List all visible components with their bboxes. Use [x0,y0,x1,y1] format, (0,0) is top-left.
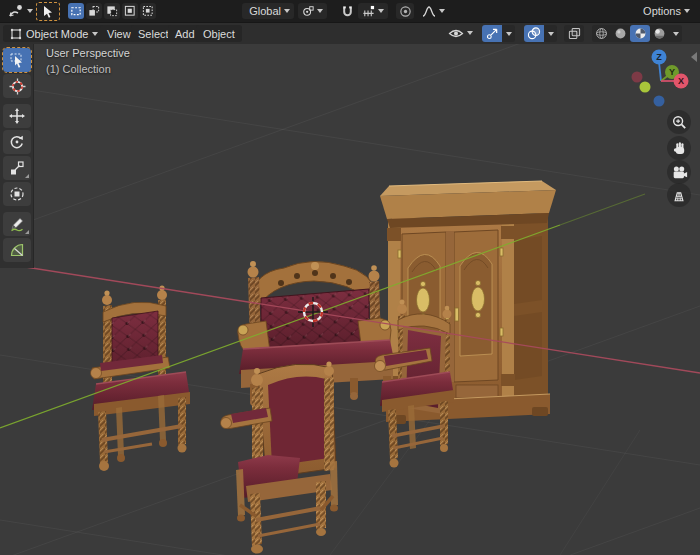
gizmo-arrow-icon [486,27,499,40]
menu-view-label: View [107,28,131,40]
tool-rotate[interactable] [3,130,31,154]
shading-material-preview[interactable] [630,25,650,42]
mode-dropdown[interactable]: Object Mode [3,25,105,42]
zoom-button[interactable] [667,110,691,134]
snap-toggle-button[interactable] [338,3,356,19]
transform-icon [9,186,25,202]
subtool-indicator [25,174,29,178]
chevron-down-icon [317,9,323,13]
gizmo-axis-neg-y[interactable] [640,82,651,93]
overlays-icon [527,27,541,40]
tool-cursor[interactable] [3,74,31,98]
cursor-3d-icon [9,78,26,95]
falloff-dropdown[interactable] [418,3,449,19]
select-intersect-icon [142,5,154,17]
mode-label: Object Mode [26,28,88,40]
snap-increment-icon [362,5,375,18]
object-mode-icon [10,28,22,40]
select-mode-invert[interactable] [122,3,138,19]
viewport-header: Object Mode View Select Add Object [0,22,700,44]
gizmo-axis-neg-z[interactable] [654,96,665,107]
topbar: Global [0,0,700,22]
blender-window: Global [0,0,700,555]
solid-sphere-icon [614,27,627,40]
tool-select-box[interactable] [3,48,31,72]
gizmo-axis-z[interactable]: Z [652,50,667,65]
overlays-dropdown[interactable] [544,25,557,42]
chevron-down-icon [684,9,690,13]
gizmo-x-label: X [678,76,684,86]
view-object-types-dropdown[interactable] [446,25,475,41]
chevron-down-icon [506,32,512,36]
annotate-pencil-icon [9,216,25,232]
shading-dropdown[interactable] [669,26,682,42]
chevron-down-icon [467,31,473,35]
menu-object-label: Object [203,28,235,40]
select-subtract-icon [106,5,118,17]
scale-icon [9,160,25,176]
tool-scale[interactable] [3,156,31,180]
pan-button[interactable] [667,136,691,160]
select-mode-set[interactable] [68,3,84,19]
chevron-down-icon [673,32,679,36]
gizmos-dropdown[interactable] [502,25,515,42]
falloff-curve-icon [422,5,436,18]
options-dropdown[interactable]: Options [639,3,694,19]
perspective-grid-icon [671,188,687,203]
perspective-toggle-button[interactable] [667,183,691,207]
shading-solid[interactable] [611,26,630,42]
gizmo-z-label: Z [656,52,662,62]
pivot-point-dropdown[interactable] [298,3,327,19]
pivot-point-icon [302,5,314,17]
shading-rendered[interactable] [650,26,669,42]
sidebar-toggle-arrow[interactable] [691,52,697,62]
chevron-down-icon [548,32,554,36]
orientation-label: Global [249,5,281,17]
menu-object[interactable]: Object [196,25,242,42]
select-extend-icon [88,5,100,17]
overlays-toggle[interactable] [524,25,544,42]
measure-icon [9,242,25,258]
camera-view-button[interactable] [667,160,691,184]
snap-target-dropdown[interactable] [358,3,388,19]
select-mode-subtract[interactable] [104,3,120,19]
gizmo-y-label: Y [669,67,675,77]
select-box-icon [9,52,25,68]
camera-icon [671,165,688,180]
transform-orientation-dropdown[interactable]: Global [242,3,294,19]
chevron-down-icon [284,9,290,13]
menu-select-label: Select [138,28,169,40]
tool-measure[interactable] [3,238,31,262]
select-mode-extend[interactable] [86,3,102,19]
gizmo-axis-neg-x[interactable] [632,72,643,83]
3d-viewport-icon [8,4,24,18]
proportional-editing-toggle[interactable] [396,3,414,19]
select-box-tool-icon [42,5,54,18]
tool-annotate[interactable] [3,212,31,236]
select-invert-icon [124,5,136,17]
subtool-indicator [25,230,29,234]
shading-wireframe[interactable] [592,26,611,42]
magnifier-icon [671,114,687,130]
hand-icon [672,140,687,156]
wireframe-sphere-icon [595,27,608,40]
tool-transform[interactable] [3,182,31,206]
gizmo-axis-x[interactable]: X [674,74,689,89]
gizmos-toggle[interactable] [482,25,502,42]
editor-type-button[interactable] [4,3,37,19]
xray-icon [568,27,581,40]
chevron-down-icon [27,9,33,13]
view-name-label: User Perspective [46,47,130,59]
rendered-sphere-icon [653,27,666,40]
select-set-icon [70,5,82,17]
select-mode-intersect[interactable] [140,3,156,19]
xray-toggle[interactable] [564,25,584,42]
tool-move[interactable] [3,104,31,128]
chevron-down-icon [439,9,445,13]
viewport-3d[interactable] [0,0,700,555]
chevron-down-icon [92,32,98,36]
proportional-editing-icon [399,5,412,18]
menu-add-label: Add [175,28,195,40]
active-tool-button[interactable] [36,2,60,21]
navigation-gizmo[interactable]: Z Y X [622,45,690,111]
